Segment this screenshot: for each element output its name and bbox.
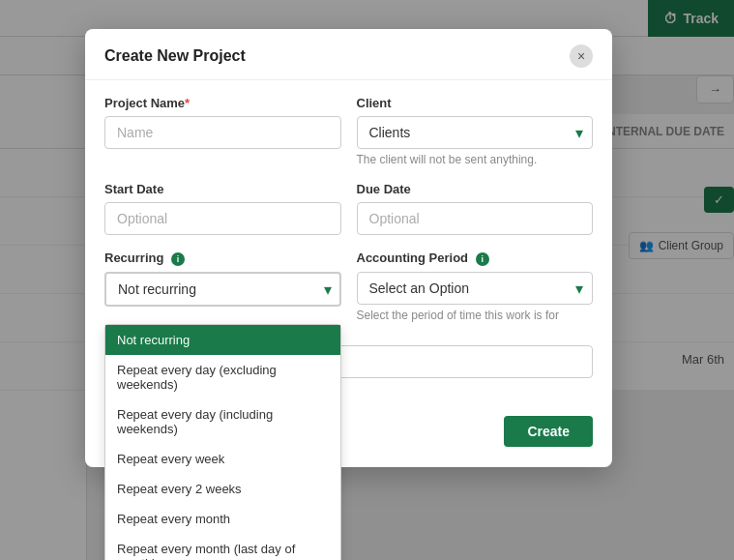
client-hint: The client will not be sent anything.	[357, 153, 594, 166]
modal-title: Create New Project	[104, 47, 246, 65]
project-name-input[interactable]	[104, 116, 341, 149]
create-button[interactable]: Create	[504, 416, 593, 447]
recurring-select[interactable]: Not recurring	[104, 272, 341, 307]
accounting-period-label: Accounting Period i	[357, 251, 594, 266]
modal-create-project: Create New Project × Project Name* Clien…	[85, 29, 612, 467]
required-asterisk: *	[185, 96, 190, 110]
dropdown-item-month-last[interactable]: Repeat every month (last day of month)	[105, 534, 340, 560]
due-date-label: Due Date	[357, 182, 594, 196]
recurring-label: Recurring i	[104, 251, 341, 266]
start-date-label: Start Date	[104, 182, 341, 196]
recurring-group: Recurring i Not recurring ▾ Not recurrin…	[104, 251, 341, 322]
form-row-3: Recurring i Not recurring ▾ Not recurrin…	[104, 251, 593, 322]
dropdown-item-2weeks[interactable]: Repeat every 2 weeks	[105, 474, 340, 504]
accounting-info-icon[interactable]: i	[476, 252, 489, 266]
client-select[interactable]: Clients	[357, 116, 594, 149]
dropdown-item-not-recurring[interactable]: Not recurring	[105, 325, 340, 355]
modal-body: Project Name* Client Clients ▾ The clien…	[85, 80, 612, 338]
accounting-period-select[interactable]: Select an Option	[357, 272, 594, 305]
accounting-select-wrapper: Select an Option ▾	[357, 272, 594, 305]
client-select-wrapper: Clients ▾	[357, 116, 594, 149]
start-date-group: Start Date	[104, 182, 341, 235]
client-label: Client	[357, 96, 594, 110]
form-row-1: Project Name* Client Clients ▾ The clien…	[104, 96, 593, 166]
dropdown-item-week[interactable]: Repeat every week	[105, 444, 340, 474]
modal-header: Create New Project ×	[85, 29, 612, 80]
form-row-2: Start Date Due Date	[104, 182, 593, 235]
recurring-info-icon[interactable]: i	[171, 252, 185, 266]
dropdown-item-day-excl[interactable]: Repeat every day (excluding weekends)	[105, 355, 340, 399]
dropdown-item-month[interactable]: Repeat every month	[105, 504, 340, 534]
start-date-input[interactable]	[104, 202, 341, 235]
modal-close-button[interactable]: ×	[570, 44, 593, 68]
project-name-group: Project Name*	[104, 96, 341, 166]
recurring-select-wrapper: Not recurring ▾	[104, 272, 341, 307]
close-icon: ×	[577, 48, 585, 64]
due-date-input[interactable]	[357, 202, 594, 235]
recurring-dropdown: Not recurring Repeat every day (excludin…	[104, 324, 341, 560]
accounting-hint: Select the period of time this work is f…	[357, 309, 594, 322]
due-date-group: Due Date	[357, 182, 594, 235]
dropdown-item-day-incl[interactable]: Repeat every day (including weekends)	[105, 399, 340, 444]
project-name-label: Project Name*	[104, 96, 341, 110]
client-group: Client Clients ▾ The client will not be …	[357, 96, 594, 166]
accounting-period-group: Accounting Period i Select an Option ▾ S…	[357, 251, 594, 322]
